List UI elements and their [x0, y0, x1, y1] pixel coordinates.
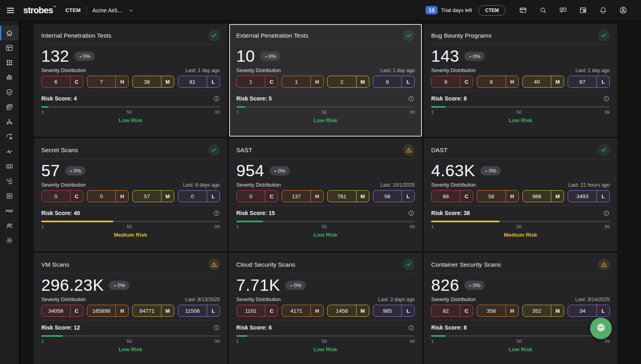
sidebar-item-home[interactable] — [0, 26, 19, 40]
sidebar-item-security-posture[interactable] — [0, 85, 19, 100]
severity-medium-pill[interactable]: 352 M — [522, 305, 564, 317]
org-selector[interactable]: Acme Airli... — [93, 7, 134, 14]
scanner-card[interactable]: SAST 954 ▲ 0% Severity Distribution Last… — [229, 139, 422, 251]
severity-low-pill[interactable]: 56 L — [373, 190, 415, 202]
severity-low-pill[interactable]: 11506 L — [178, 305, 220, 317]
severity-low-pill[interactable]: 34 L — [568, 305, 610, 317]
scanner-card[interactable]: VM Scans 296.23K ▲ 0% Severity Distribut… — [34, 253, 227, 364]
severity-high-pill[interactable]: 7 H — [87, 76, 129, 88]
info-icon[interactable] — [213, 95, 220, 102]
severity-high-pill[interactable]: 8 H — [477, 76, 519, 88]
divider — [236, 159, 415, 159]
severity-critical-pill[interactable]: 82 C — [431, 305, 473, 317]
divider — [41, 159, 220, 159]
severity-medium-pill[interactable]: 986 M — [522, 190, 564, 202]
severity-medium-pill[interactable]: 761 M — [327, 190, 369, 202]
severity-high-pill[interactable]: 165898 H — [87, 305, 129, 317]
sidebar-item-dashboard[interactable] — [0, 40, 19, 55]
severity-low-pill[interactable]: 985 L — [373, 305, 415, 317]
severity-low-pill[interactable]: 6 L — [373, 76, 415, 88]
sidebar-item-tickets[interactable] — [0, 159, 19, 174]
risk-progress-track — [431, 106, 610, 108]
scanner-card[interactable]: DAST 4.63K ▲ 0% Severity Distribution La… — [424, 139, 617, 251]
sidebar-item-vulnerabilities[interactable] — [0, 70, 19, 85]
account-button[interactable] — [613, 6, 633, 14]
info-icon[interactable] — [213, 210, 220, 217]
scale-max: 99 — [215, 110, 220, 115]
sidebar-item-apps-grid[interactable] — [0, 55, 19, 70]
severity-critical-pill[interactable]: 0 C — [41, 190, 83, 202]
critical-count: 6 — [42, 76, 70, 87]
billing-button[interactable] — [513, 6, 533, 14]
severity-medium-pill[interactable]: 40 M — [522, 76, 564, 88]
severity-medium-pill[interactable]: 57 M — [132, 190, 174, 202]
severity-low-pill[interactable]: 81 L — [178, 76, 220, 88]
divider — [431, 44, 610, 44]
severity-medium-pill[interactable]: 1458 M — [327, 305, 369, 317]
severity-critical-pill[interactable]: 0 C — [236, 190, 278, 202]
sidebar-item-automation[interactable] — [0, 129, 19, 144]
low-letter: L — [597, 191, 609, 202]
info-icon[interactable] — [408, 324, 415, 331]
sidebar-item-users[interactable] — [0, 218, 19, 233]
severity-high-pill[interactable]: 137 H — [282, 190, 324, 202]
plan-badge[interactable]: CTEM — [478, 5, 506, 16]
risk-score-text: Risk Score: 12 — [41, 324, 80, 331]
sidebar-item-org-hierarchy[interactable] — [0, 115, 19, 129]
sidebar-item-pdf-export[interactable]: PDF — [0, 203, 19, 218]
severity-critical-pill[interactable]: 1101 C — [236, 305, 278, 317]
search-button[interactable] — [533, 6, 553, 14]
info-icon[interactable] — [603, 95, 610, 102]
sidebar-item-scans[interactable] — [0, 174, 19, 189]
risk-score-text: Risk Score: 40 — [41, 210, 80, 216]
severity-low-pill[interactable]: 87 L — [568, 76, 610, 88]
severity-medium-pill[interactable]: 84771 M — [132, 305, 174, 317]
scanner-card[interactable]: Container Security Scans 826 ▲ 0% Severi… — [424, 253, 617, 364]
severity-critical-pill[interactable]: 34058 C — [41, 305, 83, 317]
fab-globe-button[interactable] — [590, 318, 612, 339]
last-scan-label: Last: 1 day ago — [576, 68, 610, 73]
scale-mid: 50 — [517, 339, 522, 344]
scanner-card[interactable]: Bug Bounty Programs 143 ▲ 0% Severity Di… — [424, 24, 617, 137]
severity-high-pill[interactable]: 358 H — [477, 305, 519, 317]
status-ok-check-icon — [208, 144, 220, 156]
severity-critical-pill[interactable]: 88 C — [431, 190, 473, 202]
notifications-button[interactable] — [593, 6, 613, 14]
svg-text:PDF: PDF — [6, 209, 13, 213]
severity-critical-pill[interactable]: 1 C — [236, 76, 278, 88]
info-icon[interactable] — [408, 95, 415, 102]
severity-medium-pill[interactable]: 2 M — [327, 76, 369, 88]
severity-low-pill[interactable]: 3493 L — [568, 190, 610, 202]
feedback-button[interactable] — [553, 6, 573, 14]
sidebar-item-settings[interactable] — [0, 233, 19, 248]
scanner-card[interactable]: Internal Penetration Tests 132 ▲ 0% Seve… — [34, 24, 227, 137]
severity-high-pill[interactable]: 1 H — [282, 76, 324, 88]
scale-min: 1 — [236, 339, 239, 344]
hamburger-menu-icon[interactable] — [6, 6, 15, 15]
severity-low-pill[interactable]: 0 L — [178, 190, 220, 202]
card-title: External Penetration Tests — [236, 32, 308, 39]
sidebar-item-assets[interactable] — [0, 100, 19, 115]
severity-high-pill[interactable]: 58 H — [477, 190, 519, 202]
info-icon[interactable] — [603, 210, 610, 217]
low-count: 87 — [568, 76, 597, 87]
medium-letter: M — [551, 305, 564, 316]
finding-count: 826 — [431, 277, 459, 294]
scheduler-button[interactable] — [573, 6, 593, 14]
high-count: 165898 — [87, 305, 116, 316]
scanner-card[interactable]: Cloud Security Scans 7.71K ▲ 0% Severity… — [229, 253, 422, 364]
severity-critical-pill[interactable]: 6 C — [41, 76, 83, 88]
severity-high-pill[interactable]: 4171 H — [282, 305, 324, 317]
sidebar-item-activity[interactable] — [0, 144, 19, 159]
scanner-card[interactable]: Secret Scans 57 ▲ 0% Severity Distributi… — [34, 139, 227, 251]
info-icon[interactable] — [213, 324, 220, 331]
risk-level-label: Medium Risk — [431, 232, 610, 238]
severity-critical-pill[interactable]: 8 C — [431, 76, 473, 88]
scanner-card[interactable]: External Penetration Tests 10 ▲ 0% Sever… — [229, 24, 422, 137]
risk-progress-fill — [431, 106, 445, 108]
up-arrow-icon: ▲ — [290, 284, 292, 287]
info-icon[interactable] — [408, 210, 415, 217]
sidebar-item-reports[interactable] — [0, 189, 19, 203]
severity-medium-pill[interactable]: 38 M — [132, 76, 174, 88]
severity-high-pill[interactable]: 0 H — [87, 190, 129, 202]
